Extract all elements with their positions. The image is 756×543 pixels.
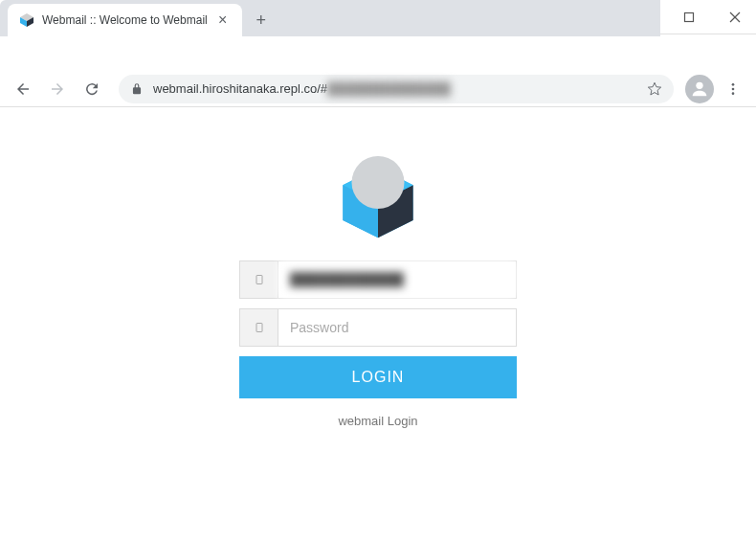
svg-rect-17 <box>256 324 262 332</box>
back-button[interactable] <box>8 74 38 104</box>
svg-point-15 <box>351 156 404 209</box>
svg-rect-16 <box>256 276 262 284</box>
email-input[interactable] <box>278 261 516 298</box>
maximize-icon <box>683 11 695 23</box>
profile-avatar-button[interactable] <box>685 75 714 103</box>
svg-point-7 <box>696 81 702 88</box>
email-field-wrapper <box>239 260 517 299</box>
lock-icon <box>130 82 144 96</box>
url-text: webmail.hiroshitanaka.repl.co/#█████████… <box>153 81 637 96</box>
cube-favicon-icon <box>19 12 34 28</box>
svg-point-10 <box>732 92 735 95</box>
password-field-icon <box>240 309 278 346</box>
reload-button[interactable] <box>77 74 107 104</box>
webmail-logo <box>325 146 431 241</box>
login-caption: webmail Login <box>338 414 417 428</box>
arrow-left-icon <box>14 80 32 98</box>
close-button[interactable] <box>722 4 748 31</box>
new-tab-button[interactable]: + <box>248 7 275 34</box>
close-icon <box>729 11 741 23</box>
arrow-right-icon <box>49 80 66 98</box>
reload-icon <box>83 80 100 98</box>
tab-title: Webmail :: Welcome to Webmail <box>42 13 208 27</box>
dots-vertical-icon <box>725 81 741 97</box>
password-input[interactable] <box>278 309 516 346</box>
user-field-icon <box>240 261 278 298</box>
page-content: LOGIN webmail Login <box>0 107 756 543</box>
address-bar[interactable]: webmail.hiroshitanaka.repl.co/#█████████… <box>119 75 674 103</box>
maximize-button[interactable] <box>676 4 702 31</box>
browser-toolbar: webmail.hiroshitanaka.repl.co/#█████████… <box>0 71 756 107</box>
tab-close-icon[interactable]: × <box>215 12 231 28</box>
forward-button[interactable] <box>42 74 73 104</box>
tab-strip: Webmail :: Welcome to Webmail × + <box>0 0 660 36</box>
login-button[interactable]: LOGIN <box>239 356 517 398</box>
svg-point-8 <box>732 83 735 86</box>
star-icon[interactable] <box>647 81 662 97</box>
password-field-wrapper <box>239 308 517 347</box>
browser-tab[interactable]: Webmail :: Welcome to Webmail × <box>8 4 242 36</box>
svg-rect-4 <box>685 12 694 21</box>
user-icon <box>689 79 710 100</box>
svg-point-9 <box>732 87 735 90</box>
kebab-menu-button[interactable] <box>718 74 748 104</box>
login-form: LOGIN <box>239 260 517 398</box>
